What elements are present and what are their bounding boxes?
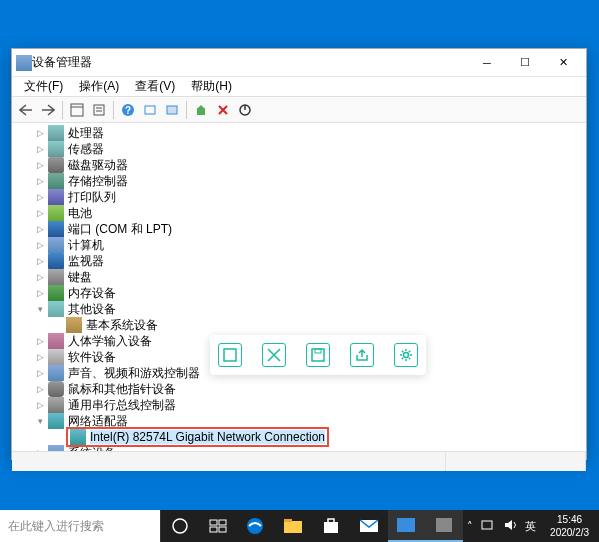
tree-node-processor[interactable]: ▷处理器	[14, 125, 584, 141]
svg-rect-20	[219, 527, 226, 532]
show-hide-button[interactable]	[67, 100, 87, 120]
tree-node-sensor[interactable]: ▷传感器	[14, 141, 584, 157]
clock-date: 2020/2/3	[550, 526, 589, 539]
tree-node-disk[interactable]: ▷磁盘驱动器	[14, 157, 584, 173]
tree-node-storage[interactable]: ▷存储控制器	[14, 173, 584, 189]
mouse-icon	[48, 381, 64, 397]
cpu-icon	[48, 125, 64, 141]
mail-button[interactable]	[350, 510, 388, 542]
properties-button[interactable]	[89, 100, 109, 120]
svg-rect-0	[71, 104, 83, 116]
tree-node-ports[interactable]: ▷端口 (COM 和 LPT)	[14, 221, 584, 237]
sound-icon	[48, 365, 64, 381]
app-button-1[interactable]	[388, 510, 426, 542]
statusbar	[12, 451, 586, 471]
svg-rect-22	[284, 521, 302, 533]
tree-node-memory[interactable]: ▷内存设备	[14, 285, 584, 301]
tree-node-battery[interactable]: ▷电池	[14, 205, 584, 221]
window-title: 设备管理器	[32, 54, 468, 71]
svg-rect-27	[436, 518, 452, 532]
svg-rect-28	[482, 521, 492, 529]
network-card-icon	[70, 429, 86, 445]
storage-icon	[48, 173, 64, 189]
disk-icon	[48, 157, 64, 173]
tree-node-print-queue[interactable]: ▷打印队列	[14, 189, 584, 205]
forward-button[interactable]	[38, 100, 58, 120]
expander-collapse-icon[interactable]: ▾	[34, 415, 46, 427]
svg-rect-26	[397, 518, 415, 532]
svg-point-16	[173, 519, 187, 533]
uninstall-button[interactable]	[213, 100, 233, 120]
store-button[interactable]	[312, 510, 350, 542]
menu-view[interactable]: 查看(V)	[127, 76, 183, 97]
disable-button[interactable]	[235, 100, 255, 120]
system-devices-icon	[48, 445, 64, 451]
monitor-icon	[48, 253, 64, 269]
scan-button[interactable]	[140, 100, 160, 120]
tree-node-other-devices[interactable]: ▾其他设备	[14, 301, 584, 317]
printer-icon	[48, 189, 64, 205]
svg-rect-24	[324, 522, 338, 533]
tree-node-mice[interactable]: ▷鼠标和其他指针设备	[14, 381, 584, 397]
expander-collapse-icon[interactable]: ▾	[34, 303, 46, 315]
ime-indicator[interactable]: 英	[525, 519, 536, 534]
device-manager-icon	[16, 55, 32, 71]
svg-rect-19	[210, 527, 217, 532]
device-manager-window: 设备管理器 ─ ☐ ✕ 文件(F) 操作(A) 查看(V) 帮助(H) ?	[11, 48, 587, 460]
device-tree[interactable]: ▷处理器 ▷传感器 ▷磁盘驱动器 ▷存储控制器 ▷打印队列 ▷电池 ▷端口 (C…	[12, 123, 586, 451]
capture-rect-button[interactable]	[218, 343, 242, 367]
tree-node-keyboards[interactable]: ▷键盘	[14, 269, 584, 285]
tree-node-computer[interactable]: ▷计算机	[14, 237, 584, 253]
menu-help[interactable]: 帮助(H)	[183, 76, 240, 97]
cortana-button[interactable]	[161, 510, 199, 542]
menu-action[interactable]: 操作(A)	[71, 76, 127, 97]
network-adapter-icon	[48, 413, 64, 429]
svg-rect-12	[224, 349, 236, 361]
settings-button[interactable]	[394, 343, 418, 367]
fullscreen-button[interactable]	[262, 343, 286, 367]
maximize-button[interactable]: ☐	[506, 50, 544, 76]
svg-rect-9	[197, 108, 205, 115]
menubar: 文件(F) 操作(A) 查看(V) 帮助(H)	[12, 77, 586, 97]
app-button-2[interactable]	[425, 510, 463, 542]
close-button[interactable]: ✕	[544, 50, 582, 76]
svg-text:?: ?	[125, 105, 131, 116]
edge-button[interactable]	[237, 510, 275, 542]
svg-rect-17	[210, 520, 217, 525]
file-explorer-button[interactable]	[274, 510, 312, 542]
memory-icon	[48, 285, 64, 301]
tree-node-usb[interactable]: ▷通用串行总线控制器	[14, 397, 584, 413]
system-tray: ˄ 英 15:46 2020/2/3	[463, 510, 599, 542]
svg-rect-2	[94, 105, 104, 115]
svg-rect-7	[145, 106, 155, 114]
save-button[interactable]	[306, 343, 330, 367]
help-button[interactable]: ?	[118, 100, 138, 120]
software-icon	[48, 349, 64, 365]
search-box[interactable]: 在此键入进行搜索	[0, 510, 161, 542]
update-driver-button[interactable]	[191, 100, 211, 120]
screenshot-toolbar	[210, 335, 426, 375]
tree-node-monitors[interactable]: ▷监视器	[14, 253, 584, 269]
battery-icon	[48, 205, 64, 221]
share-button[interactable]	[350, 343, 374, 367]
network-tray-icon[interactable]	[481, 519, 495, 533]
action-button[interactable]	[162, 100, 182, 120]
tree-node-intel-82574l[interactable]: ·Intel(R) 82574L Gigabit Network Connect…	[14, 429, 584, 445]
computer-icon	[48, 237, 64, 253]
task-view-button[interactable]	[199, 510, 237, 542]
usb-icon	[48, 397, 64, 413]
keyboard-icon	[48, 269, 64, 285]
minimize-button[interactable]: ─	[468, 50, 506, 76]
clock[interactable]: 15:46 2020/2/3	[544, 513, 595, 539]
toolbar: ?	[12, 97, 586, 123]
titlebar[interactable]: 设备管理器 ─ ☐ ✕	[12, 49, 586, 77]
tray-overflow-icon[interactable]: ˄	[467, 520, 473, 533]
menu-file[interactable]: 文件(F)	[16, 76, 71, 97]
svg-rect-23	[284, 519, 292, 522]
svg-rect-18	[219, 520, 226, 525]
other-devices-icon	[48, 301, 64, 317]
clock-time: 15:46	[550, 513, 589, 526]
volume-tray-icon[interactable]	[503, 519, 517, 533]
tree-node-base-system-device[interactable]: ·基本系统设备	[14, 317, 584, 333]
back-button[interactable]	[16, 100, 36, 120]
